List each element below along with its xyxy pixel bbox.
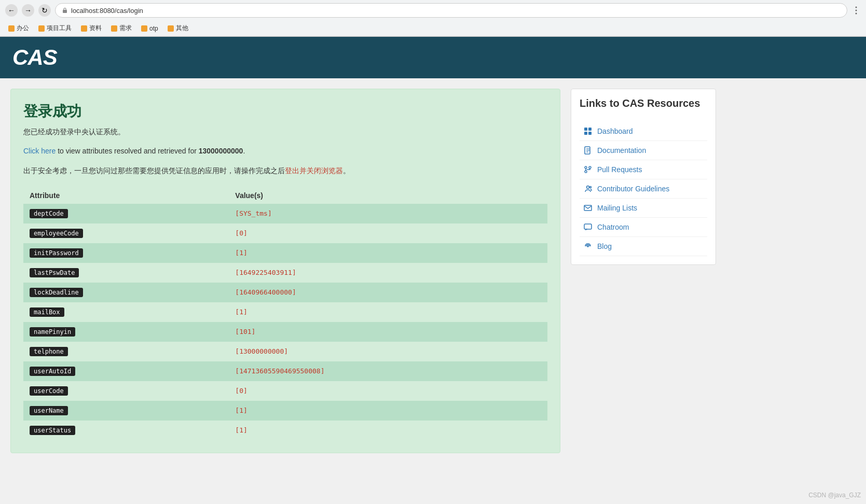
attr-key-badge: telphone xyxy=(30,347,68,356)
attr-value-text: [1] xyxy=(235,249,247,257)
sidebar-link-documentation[interactable]: Documentation xyxy=(580,141,707,160)
attr-key-badge: lockDeadline xyxy=(30,288,83,297)
bookmarks-bar: 办公 项目工具 资料 需求 otp 其他 xyxy=(0,21,866,36)
menu-icon xyxy=(851,6,861,15)
svg-rect-0 xyxy=(63,10,67,13)
table-header-row: Attribute Value(s) xyxy=(23,187,547,204)
forward-button[interactable]: → xyxy=(22,4,34,17)
sidebar-link-label: Blog xyxy=(597,242,612,250)
attr-key-cell: userCode xyxy=(23,381,229,401)
table-row: lastPswDate [1649225403911] xyxy=(23,263,547,283)
success-title: 登录成功 xyxy=(23,102,547,121)
sidebar-title: Links to CAS Resources xyxy=(580,97,707,114)
table-row: namePinyin [101] xyxy=(23,322,547,342)
chatroom-icon xyxy=(584,223,592,231)
attr-value-cell: [1640966400000] xyxy=(229,283,547,302)
svg-point-20 xyxy=(587,246,588,247)
sidebar-link-label: Mailing Lists xyxy=(597,204,637,212)
table-row: userAutoId [14713605590469550008] xyxy=(23,361,547,381)
reload-button[interactable]: ↻ xyxy=(38,4,51,17)
url-text: localhost:8080/cas/login xyxy=(71,7,143,15)
back-button[interactable]: ← xyxy=(5,4,18,17)
attr-key-badge: lastPswDate xyxy=(30,268,79,277)
sidebar-link-label: Pull Requests xyxy=(597,165,642,174)
sidebar-link-blog[interactable]: Blog xyxy=(580,237,707,256)
attr-key-badge: initPassword xyxy=(30,248,83,258)
click-here-link[interactable]: Click here xyxy=(23,147,56,155)
svg-rect-18 xyxy=(584,205,592,211)
attr-key-cell: userName xyxy=(23,401,229,421)
sidebar-link-label: Documentation xyxy=(597,146,646,155)
contributor-guidelines-icon xyxy=(584,185,592,193)
attr-value-text: [14713605590469550008] xyxy=(235,367,324,375)
documentation-icon xyxy=(584,146,592,155)
folder-icon-其他 xyxy=(168,25,174,32)
attr-key-cell: lockDeadline xyxy=(23,283,229,302)
attr-key-cell: telphone xyxy=(23,342,229,361)
attr-key-badge: mailBox xyxy=(30,307,64,317)
folder-icon-otp xyxy=(141,25,147,32)
blog-icon xyxy=(584,242,592,250)
main-content: 登录成功 您已经成功登录中央认证系统。 Click here to view a… xyxy=(0,78,726,464)
attr-value-cell: [14713605590469550008] xyxy=(229,361,547,381)
bookmark-label: 资料 xyxy=(89,24,102,33)
lock-icon xyxy=(62,7,68,13)
logout-link[interactable]: 登出并关闭浏览器 xyxy=(285,166,343,175)
attr-value-cell: [SYS_tms] xyxy=(229,204,547,223)
attr-value-text: [1640966400000] xyxy=(235,288,296,296)
user-id-bold: 13000000000 xyxy=(199,147,243,155)
attr-key-cell: mailBox xyxy=(23,302,229,322)
bookmark-办公[interactable]: 办公 xyxy=(5,23,32,34)
table-row: lockDeadline [1640966400000] xyxy=(23,283,547,302)
svg-rect-6 xyxy=(584,132,587,135)
cas-header: CAS xyxy=(0,37,866,78)
folder-icon-办公 xyxy=(8,25,15,32)
bookmark-label: 其他 xyxy=(176,24,188,33)
sidebar-link-dashboard[interactable]: Dashboard xyxy=(580,122,707,141)
attr-key-cell: namePinyin xyxy=(23,322,229,342)
dashboard-icon xyxy=(584,127,592,135)
bookmark-label: 需求 xyxy=(119,24,132,33)
attr-key-badge: userAutoId xyxy=(30,367,75,376)
attr-key-badge: namePinyin xyxy=(30,327,75,337)
attr-key-cell: lastPswDate xyxy=(23,263,229,283)
sidebar-link-chatroom[interactable]: Chatroom xyxy=(580,218,707,237)
attr-key-badge: userName xyxy=(30,406,68,415)
folder-icon-项目工具 xyxy=(38,25,45,32)
bookmark-label: 项目工具 xyxy=(47,24,72,33)
bookmark-其他[interactable]: 其他 xyxy=(164,23,191,34)
attr-value-text: [1649225403911] xyxy=(235,269,296,276)
svg-point-14 xyxy=(585,171,587,173)
sidebar-link-contributor-guidelines[interactable]: Contributor Guidelines xyxy=(580,179,707,199)
table-row: userCode [0] xyxy=(23,381,547,401)
mailing-lists-icon xyxy=(584,204,592,212)
table-row: userStatus [1] xyxy=(23,421,547,440)
attr-value-text: [1] xyxy=(235,308,247,316)
attr-value-cell: [0] xyxy=(229,223,547,243)
attributes-table: Attribute Value(s) deptCode [SYS_tms] em… xyxy=(23,187,547,440)
sidebar-link-pull-requests[interactable]: Pull Requests xyxy=(580,160,707,179)
attr-key-badge: userStatus xyxy=(30,426,75,435)
attr-value-text: [1] xyxy=(235,407,247,414)
attr-value-cell: [13000000000] xyxy=(229,342,547,361)
browser-toolbar: ← → ↻ localhost:8080/cas/login xyxy=(0,0,866,21)
bookmark-需求[interactable]: 需求 xyxy=(108,23,135,34)
attr-key-badge: deptCode xyxy=(30,209,68,218)
warning-text: 出于安全考虑，一旦您访问过那些需要您提供凭证信息的应用时，请操作完成之后登出并关… xyxy=(23,165,547,176)
attr-value-cell: [1649225403911] xyxy=(229,263,547,283)
svg-point-3 xyxy=(856,13,857,15)
sidebar-link-label: Chatroom xyxy=(597,223,629,231)
bookmark-资料[interactable]: 资料 xyxy=(78,23,105,34)
svg-point-13 xyxy=(589,166,591,169)
svg-point-16 xyxy=(587,186,589,189)
attr-value-cell: [1] xyxy=(229,302,547,322)
sidebar-link-label: Dashboard xyxy=(597,127,633,135)
sidebar-link-mailing-lists[interactable]: Mailing Lists xyxy=(580,199,707,218)
bookmark-label: 办公 xyxy=(17,24,29,33)
attr-value-text: [13000000000] xyxy=(235,347,288,355)
bookmark-项目工具[interactable]: 项目工具 xyxy=(35,23,75,34)
click-here-text: Click here to view attributes resolved a… xyxy=(23,145,547,157)
bookmark-otp[interactable]: otp xyxy=(138,24,161,33)
address-bar[interactable]: localhost:8080/cas/login xyxy=(55,3,847,18)
bookmark-label: otp xyxy=(149,25,158,32)
